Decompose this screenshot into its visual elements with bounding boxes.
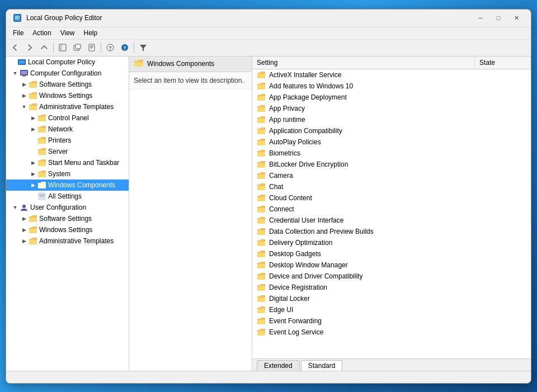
expand-admin[interactable]: ▼ [20,102,29,111]
forward-button[interactable] [23,41,36,54]
tree-node-system[interactable]: ▶ System [6,168,129,180]
list-item-name: Connect [269,205,470,213]
tree-node-windows-settings-uc[interactable]: ▶ Windows Settings [6,224,129,235]
list-item[interactable]: AutoPlay Policies [252,136,531,148]
windows-settings-cc-icon [29,91,37,100]
tree-node-admin-templates-uc[interactable]: ▶ Administrative Templates [6,235,129,247]
list-item[interactable]: Biometrics [252,148,531,159]
admin-templates-icon [29,102,37,111]
tree-node-user-config[interactable]: ▼ User Configuration [6,202,129,213]
tree-node-printers[interactable]: Printers [6,135,129,146]
list-item[interactable]: Event Log Service [252,327,531,338]
list-item[interactable]: Device and Driver Compatibility [252,271,531,282]
tree-node-windows-settings-cc[interactable]: ▶ Windows Settings [6,90,129,101]
svg-text:?: ? [109,45,112,51]
svg-rect-9 [89,44,95,51]
svg-text:?: ? [123,45,126,51]
expand-windows-cc[interactable]: ▶ [20,91,29,100]
list-item[interactable]: Delivery Optimization [252,237,531,248]
properties-button[interactable] [85,41,98,54]
list-item[interactable]: Digital Locker [252,293,531,304]
tree-node-all-settings[interactable]: All Settings [6,191,129,202]
list-item[interactable]: BitLocker Drive Encryption [252,159,531,170]
list-item[interactable]: Desktop Gadgets [252,248,531,259]
expand-software-cc[interactable]: ▶ [20,80,29,89]
software-settings-uc-icon [29,214,37,223]
middle-header: Windows Components [129,56,252,72]
maximize-button[interactable]: □ [491,12,506,23]
expand-start-menu[interactable]: ▶ [29,158,37,167]
expand-windows-uc[interactable]: ▶ [20,225,29,234]
tab-extended[interactable]: Extended [257,360,300,371]
tree-node-network[interactable]: ▶ Network [6,124,129,135]
expand-network[interactable]: ▶ [29,125,37,134]
admin-templates-uc-label: Administrative Templates [39,237,114,245]
tree-node-software-settings-cc[interactable]: ▶ Software Settings [6,79,129,90]
menu-view[interactable]: View [56,28,79,38]
tree-node-start-menu[interactable]: ▶ Start Menu and Taskbar [6,157,129,168]
list-item-name: Cloud Content [269,194,470,202]
tree-node-server[interactable]: Server [6,146,129,157]
list-item[interactable]: Add features to Windows 10 [252,81,531,92]
toolbar-separator-2 [101,42,101,53]
close-button[interactable]: ✕ [508,12,524,23]
list-item[interactable]: Device Registration [252,282,531,293]
up-button[interactable] [37,41,51,54]
list-item-name: Device and Driver Compatibility [269,272,470,280]
back-button[interactable] [8,41,22,54]
expand-computer-config[interactable]: ▼ [11,69,20,78]
control-panel-icon [37,114,46,122]
minimize-button[interactable]: ─ [473,12,488,23]
list-item[interactable]: Cloud Content [252,192,531,204]
list-item-name: Credential User Interface [269,216,470,224]
help2-button[interactable]: ? [118,41,131,54]
tree-node-software-settings-uc[interactable]: ▶ Software Settings [6,213,129,224]
menu-action[interactable]: Action [28,28,55,38]
items-list[interactable]: ActiveX Installer Service Add features t… [252,69,531,358]
list-item-name: Digital Locker [269,295,470,303]
svg-point-27 [22,205,26,208]
right-header: Setting State [252,56,531,69]
tab-standard[interactable]: Standard [301,360,343,371]
expand-software-uc[interactable]: ▶ [20,214,29,223]
help-button[interactable]: ? [103,41,117,54]
list-item[interactable]: Connect [252,204,531,215]
expand-system[interactable]: ▶ [29,169,37,178]
expand-user-config[interactable]: ▼ [11,203,20,212]
list-item[interactable]: Credential User Interface [252,215,531,226]
list-item[interactable]: Camera [252,170,531,181]
list-item-name: Application Compatibility [269,127,470,135]
tree-node-computer-config[interactable]: ▼ Computer Configuration [6,68,129,79]
menu-file[interactable]: File [8,28,28,38]
list-item[interactable]: Desktop Window Manager [252,259,531,271]
server-icon [37,147,46,156]
list-item[interactable]: ActiveX Installer Service [252,69,531,81]
new-window-button[interactable] [70,41,84,54]
column-header-setting[interactable]: Setting [252,56,475,69]
tree-node-control-panel[interactable]: ▶ Control Panel [6,112,129,124]
list-item[interactable]: Application Compatibility [252,125,531,136]
list-item[interactable]: Edge UI [252,304,531,315]
tree-node-admin-templates[interactable]: ▼ Administrative Templates [6,101,129,112]
list-item[interactable]: App Privacy [252,103,531,114]
list-item[interactable]: Chat [252,181,531,192]
expand-admin-uc[interactable]: ▶ [20,237,29,245]
expand-windows-components[interactable]: ▶ [29,181,37,190]
start-menu-label: Start Menu and Taskbar [48,159,119,167]
list-item[interactable]: App Package Deployment [252,92,531,103]
network-icon [37,125,46,134]
list-item[interactable]: App runtime [252,114,531,125]
list-item[interactable]: Event Forwarding [252,315,531,327]
expand-control-panel[interactable]: ▶ [29,114,37,122]
list-item-name: App Package Deployment [269,93,470,101]
menu-help[interactable]: Help [79,28,102,38]
tree-node-windows-components[interactable]: ▶ Windows Components [6,180,129,191]
tree-node-root[interactable]: Local Computer Policy [6,56,129,68]
tree-pane[interactable]: Local Computer Policy ▼ Computer Configu… [6,56,129,371]
filter-button[interactable] [136,41,150,54]
list-item[interactable]: Data Collection and Preview Builds [252,226,531,237]
svg-rect-6 [59,44,62,51]
column-header-state[interactable]: State [475,56,531,69]
show-hide-console-button[interactable] [56,41,69,54]
middle-scroll[interactable]: Select an item to view its description. [129,72,252,371]
